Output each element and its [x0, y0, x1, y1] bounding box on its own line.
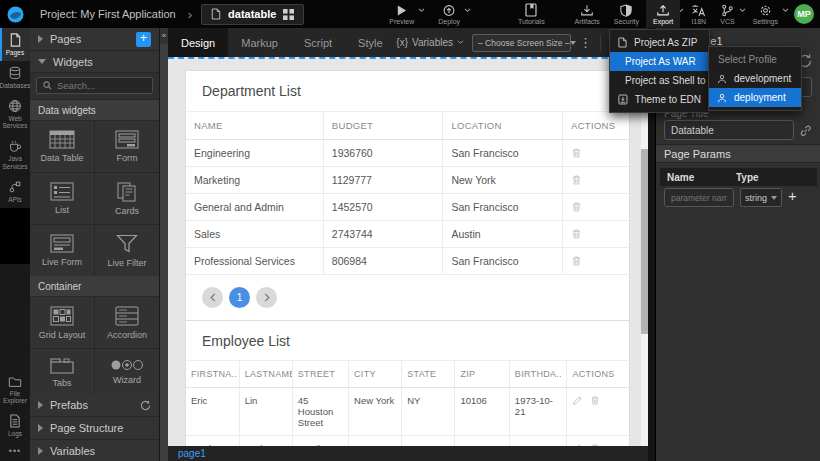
open-page-tab[interactable]: datatable	[201, 4, 304, 25]
table-row[interactable]: Engineering 1936760 San Francisco	[186, 140, 629, 167]
add-param-button[interactable]: +	[788, 187, 797, 204]
prev-page-button[interactable]	[202, 287, 223, 308]
widget-tile-live-form[interactable]: Live Form	[30, 225, 94, 276]
menu-item-project-shell-to-edn[interactable]: Project as Shell to EDN	[610, 71, 709, 90]
export-button[interactable]: Export	[646, 0, 680, 28]
rail-item-logs[interactable]: Logs	[0, 409, 30, 442]
menu-item-development[interactable]: development	[709, 69, 801, 88]
tab-design[interactable]: Design	[168, 28, 228, 57]
panel-gutter[interactable]: «	[160, 28, 168, 461]
rail-item-java-services[interactable]: Java Services	[0, 134, 30, 175]
deploy-button[interactable]: Deploy	[431, 0, 467, 28]
rail-item-file-explorer[interactable]: File Explorer	[0, 371, 30, 410]
menu-item-theme-to-edn[interactable]: Theme to EDN	[610, 90, 709, 109]
canvas-scrollbar[interactable]	[641, 59, 648, 446]
more-options-kebab-icon[interactable]: ⋮	[579, 36, 592, 49]
rail-label: Logs	[8, 430, 22, 438]
widget-tile-form[interactable]: Form	[95, 121, 159, 172]
user-avatar[interactable]: MP	[794, 4, 814, 24]
page-number-button[interactable]: 1	[229, 287, 250, 308]
col-header[interactable]: BUDGET	[323, 112, 443, 140]
edit-row-icon[interactable]	[572, 395, 582, 406]
employee-list-title: Employee List	[186, 321, 629, 361]
widget-search-input[interactable]: Search...	[36, 77, 153, 94]
employee-list-widget[interactable]: Employee List FIRSTNA.. LASTNAME STREET …	[185, 320, 630, 446]
delete-row-icon[interactable]	[590, 395, 600, 406]
param-type-select[interactable]: string	[740, 188, 782, 207]
widgets-section-header[interactable]: Widgets	[30, 51, 159, 73]
tab-markup[interactable]: Markup	[228, 28, 291, 57]
widget-tile-tabs[interactable]: Tabs	[30, 349, 94, 394]
table-row[interactable]: Eric Lin 45 Houston Street New York NY 1…	[186, 388, 629, 436]
widget-tile-accordion[interactable]: Accordion	[95, 297, 159, 348]
table-row[interactable]: Professional Services 806984 San Francis…	[186, 248, 629, 275]
delete-row-icon[interactable]	[571, 255, 582, 267]
next-page-button[interactable]	[256, 287, 277, 308]
delete-row-icon[interactable]	[571, 174, 582, 186]
col-header[interactable]: NAME	[186, 112, 323, 140]
tutorials-button[interactable]: Tutorials	[511, 0, 552, 28]
cards-icon	[116, 182, 138, 202]
rail-item-apis[interactable]: APIs	[0, 175, 30, 208]
widget-tile-data-table[interactable]: Data Table	[30, 121, 94, 172]
col-header[interactable]: LOCATION	[443, 112, 563, 140]
col-header[interactable]: ACTIONS	[563, 112, 629, 140]
pages-section-header[interactable]: Pages +	[30, 28, 159, 51]
cell-zip: 02127	[455, 436, 509, 447]
col-header[interactable]: LASTNAME	[239, 361, 292, 388]
variables-section-header[interactable]: Variables	[30, 440, 159, 461]
table-row[interactable]: Sales 2743744 Austin	[186, 221, 629, 248]
menu-item-project-as-war[interactable]: Project As WAR	[610, 52, 709, 71]
cell-lastname: Tucker	[239, 436, 292, 447]
delete-row-icon[interactable]	[571, 147, 582, 159]
col-header[interactable]: STREET	[292, 361, 348, 388]
page-title-input[interactable]	[664, 120, 794, 140]
rail-item-web-services[interactable]: Web Services	[0, 94, 30, 135]
col-header[interactable]: FIRSTNA..	[186, 361, 239, 388]
dashboard-grid-icon[interactable]	[283, 9, 294, 20]
widget-tile-grid-layout[interactable]: Grid Layout	[30, 297, 94, 348]
widget-tile-cards[interactable]: Cards	[95, 173, 159, 224]
i18n-button[interactable]: I18N	[684, 0, 713, 28]
tab-script[interactable]: Script	[291, 28, 345, 57]
design-canvas[interactable]: Department List NAME BUDGET LOCATION ACT…	[168, 57, 648, 446]
status-page-tab[interactable]: page1	[168, 448, 206, 459]
table-row[interactable]: Marketing 1129777 New York	[186, 167, 629, 194]
app-logo[interactable]	[0, 0, 30, 28]
col-header[interactable]: STATE	[402, 361, 455, 388]
table-row[interactable]: Brad Tucker 25 Liberty Pl Boston MA 0212…	[186, 436, 629, 447]
widget-tile-list[interactable]: List	[30, 173, 94, 224]
screen-size-select[interactable]: – Choose Screen Size –	[472, 34, 571, 52]
param-name-input[interactable]	[664, 188, 734, 207]
refresh-prefabs-icon[interactable]	[140, 400, 151, 411]
table-row[interactable]: General and Admin 1452570 San Francisco	[186, 194, 629, 221]
variables-dropdown-label: Variables	[412, 37, 453, 48]
delete-row-icon[interactable]	[571, 201, 582, 213]
rail-more-button[interactable]: •••	[0, 442, 30, 461]
menu-item-project-as-zip[interactable]: Project As ZIP	[610, 33, 709, 52]
menu-item-deployment[interactable]: deployment	[709, 88, 801, 107]
bind-link-icon[interactable]	[799, 124, 812, 137]
col-header[interactable]: BIRTHDA..	[509, 361, 567, 388]
rail-item-pages[interactable]: Pages	[0, 28, 30, 61]
widget-tile-wizard[interactable]: Wizard	[95, 349, 159, 394]
prefabs-section-header[interactable]: Prefabs	[30, 394, 159, 417]
tab-style[interactable]: Style	[345, 28, 395, 57]
artifacts-button[interactable]: Artifacts	[567, 0, 606, 28]
col-header[interactable]: ZIP	[455, 361, 509, 388]
rail-item-databases[interactable]: Databases	[0, 61, 30, 94]
preview-button[interactable]: Preview	[382, 0, 421, 28]
security-button[interactable]: Security	[607, 0, 646, 28]
delete-row-icon[interactable]	[571, 228, 582, 240]
department-list-widget[interactable]: Department List NAME BUDGET LOCATION ACT…	[185, 70, 630, 322]
settings-button[interactable]: Settings	[746, 0, 785, 28]
page-structure-section-header[interactable]: Page Structure	[30, 417, 159, 440]
widget-tile-live-filter[interactable]: Live Filter	[95, 225, 159, 276]
canvas-scrollbar-thumb[interactable]	[641, 149, 648, 334]
col-header[interactable]: ACTIONS	[567, 361, 629, 388]
collapse-panel-icon[interactable]: «	[160, 28, 168, 44]
vcs-button[interactable]: VCS	[713, 0, 741, 28]
variables-dropdown[interactable]: {x} Variables	[396, 37, 464, 48]
col-header[interactable]: CITY	[349, 361, 402, 388]
add-page-button[interactable]: +	[136, 32, 151, 47]
